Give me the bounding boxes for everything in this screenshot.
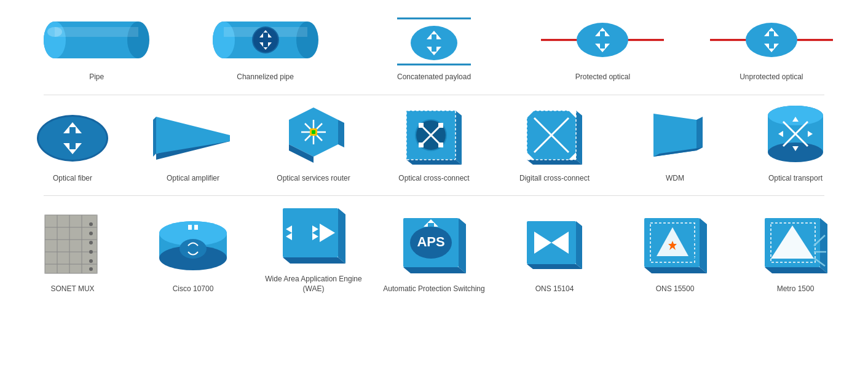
item-channelized-pipe[interactable]: Channelized pipe bbox=[181, 12, 349, 82]
ons-15104-label: ONS 15104 bbox=[535, 284, 574, 294]
item-digital-cross-connect[interactable]: Digitall cross-connect bbox=[494, 101, 615, 184]
item-wide-area-app-engine[interactable]: Wide Area Application Engine (WAE) bbox=[253, 202, 374, 294]
optical-transport-label: Optical transport bbox=[768, 174, 823, 184]
item-optical-cross-connect[interactable]: Optical cross-connect bbox=[374, 101, 494, 184]
svg-marker-59 bbox=[576, 111, 582, 165]
item-protected-optical[interactable]: Protected optical bbox=[518, 12, 687, 82]
svg-marker-119 bbox=[527, 264, 582, 269]
unprotected-optical-label: Unprotected optical bbox=[740, 72, 803, 82]
svg-marker-112 bbox=[459, 218, 466, 273]
item-optical-services-router[interactable]: Optical services router bbox=[253, 101, 374, 184]
item-cisco-10700[interactable]: Cisco 10700 bbox=[133, 212, 253, 294]
svg-point-90 bbox=[89, 222, 93, 226]
aps-label: Automatic Protection Switching bbox=[383, 284, 484, 294]
svg-point-95 bbox=[89, 267, 93, 271]
item-optical-amplifier[interactable]: Optical amplifier bbox=[133, 101, 253, 184]
item-ons-15500[interactable]: ONS 15500 bbox=[615, 212, 735, 294]
row-1: Pipe bbox=[0, 6, 868, 95]
svg-point-73 bbox=[768, 143, 823, 162]
item-ons-15104[interactable]: ONS 15104 bbox=[494, 212, 615, 294]
svg-marker-118 bbox=[576, 221, 582, 269]
item-pipe[interactable]: Pipe bbox=[12, 12, 181, 82]
svg-marker-101 bbox=[194, 225, 198, 230]
svg-marker-104 bbox=[338, 208, 345, 264]
svg-marker-36 bbox=[153, 117, 156, 157]
svg-marker-123 bbox=[700, 218, 707, 273]
svg-rect-45 bbox=[312, 130, 315, 134]
wdm-label: WDM bbox=[666, 174, 684, 184]
svg-point-74 bbox=[768, 106, 823, 125]
svg-marker-100 bbox=[188, 225, 192, 230]
metro-1500-label: Metro 1500 bbox=[777, 284, 815, 294]
svg-point-102 bbox=[180, 239, 207, 259]
svg-text:APS: APS bbox=[417, 234, 444, 249]
protected-optical-label: Protected optical bbox=[575, 72, 630, 82]
svg-marker-38 bbox=[338, 120, 344, 147]
concatenated-payload-label: Concatenated payload bbox=[397, 72, 471, 82]
svg-marker-48 bbox=[406, 160, 462, 165]
item-optical-fiber[interactable]: Optical fiber bbox=[12, 101, 133, 184]
row-2: Optical fiber Optical amplifier bbox=[0, 95, 868, 196]
svg-point-94 bbox=[89, 259, 93, 263]
svg-rect-5 bbox=[55, 27, 138, 37]
svg-marker-124 bbox=[644, 267, 707, 273]
optical-cross-connect-label: Optical cross-connect bbox=[398, 174, 469, 184]
pipe-label: Pipe bbox=[89, 72, 104, 82]
sonet-mux-label: SONET MUX bbox=[50, 284, 94, 294]
item-wdm[interactable]: WDM bbox=[615, 101, 735, 184]
svg-marker-69 bbox=[696, 117, 703, 150]
icon-grid: Pipe bbox=[0, 0, 868, 312]
svg-marker-47 bbox=[456, 111, 462, 165]
optical-fiber-label: Optical fiber bbox=[53, 174, 92, 184]
item-unprotected-optical[interactable]: Unprotected optical bbox=[687, 12, 856, 82]
row-3: SONET MUX bbox=[0, 196, 868, 306]
item-concatenated-payload[interactable]: Concatenated payload bbox=[350, 12, 518, 82]
item-automatic-protection-switching[interactable]: APS Automatic Protection Switching bbox=[374, 212, 494, 294]
optical-amplifier-label: Optical amplifier bbox=[167, 174, 219, 184]
channelized-pipe-label: Channelized pipe bbox=[237, 72, 294, 82]
cisco-10700-label: Cisco 10700 bbox=[173, 284, 214, 294]
svg-marker-133 bbox=[765, 267, 827, 273]
svg-marker-60 bbox=[527, 160, 582, 165]
digital-cross-connect-label: Digitall cross-connect bbox=[519, 174, 590, 184]
item-optical-transport[interactable]: Optical transport bbox=[735, 101, 856, 184]
item-metro-1500[interactable]: Metro 1500 bbox=[735, 212, 856, 294]
svg-point-91 bbox=[89, 232, 93, 235]
svg-marker-113 bbox=[403, 267, 466, 273]
svg-point-93 bbox=[89, 250, 93, 254]
svg-point-92 bbox=[89, 241, 93, 244]
wae-label: Wide Area Application Engine (WAE) bbox=[265, 275, 361, 294]
optical-services-router-label: Optical services router bbox=[277, 174, 350, 184]
svg-marker-105 bbox=[283, 257, 345, 264]
item-sonet-mux[interactable]: SONET MUX bbox=[12, 212, 133, 294]
ons-15500-label: ONS 15500 bbox=[656, 284, 695, 294]
